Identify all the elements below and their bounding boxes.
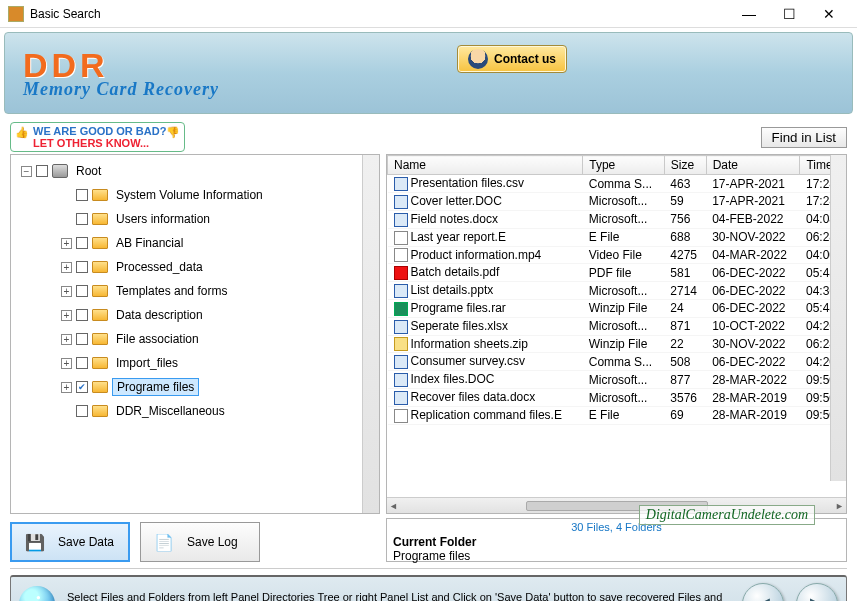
tree-item[interactable]: +File association (21, 327, 379, 351)
expand-icon[interactable]: + (61, 310, 72, 321)
file-icon (394, 409, 408, 423)
nav-back-button[interactable]: ◀ (742, 583, 784, 601)
checkbox-icon[interactable] (36, 165, 48, 177)
feedback-tag[interactable]: WE ARE GOOD OR BAD? LET OTHERS KNOW... (10, 122, 185, 152)
checkbox-icon[interactable] (76, 189, 88, 201)
col-type[interactable]: Type (583, 156, 665, 175)
tree-item-label: System Volume Information (112, 187, 267, 203)
header-banner: DDR Memory Card Recovery Contact us (4, 32, 853, 114)
expand-icon[interactable]: + (61, 238, 72, 249)
table-row[interactable]: Cover letter.DOCMicrosoft...5917-APR-202… (388, 193, 846, 211)
checkbox-icon[interactable] (76, 333, 88, 345)
tree-item-label: Processed_data (112, 259, 207, 275)
table-row[interactable]: Batch details.pdfPDF file58106-DEC-20220… (388, 264, 846, 282)
cell-size: 3576 (664, 389, 706, 407)
minimize-button[interactable]: — (729, 2, 769, 26)
checkbox-icon[interactable] (76, 285, 88, 297)
folder-icon (92, 381, 108, 393)
checkbox-icon[interactable] (76, 309, 88, 321)
expand-icon[interactable]: + (61, 334, 72, 345)
footer-message: Select Files and Folders from left Panel… (67, 590, 730, 601)
expand-icon[interactable] (61, 190, 72, 201)
nav-forward-button[interactable]: ▶ (796, 583, 838, 601)
tree-item[interactable]: +AB Financial (21, 231, 379, 255)
cell-date: 17-APR-2021 (706, 175, 800, 193)
col-size[interactable]: Size (664, 156, 706, 175)
checkbox-icon[interactable] (76, 405, 88, 417)
cell-name: Replication command files.E (411, 408, 562, 422)
cell-type: PDF file (583, 264, 665, 282)
save-log-button[interactable]: 📄 Save Log (140, 522, 260, 562)
list-panel: Name Type Size Date Time Presentation fi… (386, 154, 847, 514)
table-row[interactable]: Presentation files.csvComma S...46317-AP… (388, 175, 846, 193)
checkbox-icon[interactable] (76, 213, 88, 225)
contact-us-button[interactable]: Contact us (457, 45, 567, 73)
file-icon (394, 391, 408, 405)
maximize-button[interactable]: ☐ (769, 2, 809, 26)
tree-item-label: Programe files (112, 378, 199, 396)
cell-type: Winzip File (583, 299, 665, 317)
table-row[interactable]: Field notes.docxMicrosoft...75604-FEB-20… (388, 210, 846, 228)
cell-name: Last year report.E (411, 230, 506, 244)
close-button[interactable]: ✕ (809, 2, 849, 26)
expand-icon[interactable]: + (61, 358, 72, 369)
table-row[interactable]: Index files.DOCMicrosoft...87728-MAR-202… (388, 371, 846, 389)
find-in-list-button[interactable]: Find in List (761, 127, 847, 148)
expand-icon[interactable]: + (61, 262, 72, 273)
table-row[interactable]: List details.pptxMicrosoft...271406-DEC-… (388, 282, 846, 300)
tree-item[interactable]: +✔Programe files (21, 375, 379, 399)
expand-icon[interactable] (61, 214, 72, 225)
cell-name: List details.pptx (411, 283, 494, 297)
folder-icon (92, 405, 108, 417)
col-name[interactable]: Name (388, 156, 583, 175)
expand-icon[interactable]: + (61, 382, 72, 393)
file-icon (394, 373, 408, 387)
tree-item[interactable]: +Processed_data (21, 255, 379, 279)
logo: DDR Memory Card Recovery (23, 48, 219, 98)
checkbox-icon[interactable] (76, 237, 88, 249)
cell-date: 06-DEC-2022 (706, 264, 800, 282)
tag-line1: WE ARE GOOD OR BAD? (33, 125, 166, 137)
file-icon (394, 302, 408, 316)
folder-icon (92, 285, 108, 297)
table-row[interactable]: Product information.mp4Video File427504-… (388, 246, 846, 264)
table-row[interactable]: Last year report.EE File68830-NOV-202206… (388, 228, 846, 246)
current-folder-value: Programe files (393, 549, 840, 563)
cell-type: Microsoft... (583, 282, 665, 300)
tree-item[interactable]: DDR_Miscellaneous (21, 399, 379, 423)
tree-root-label: Root (72, 163, 105, 179)
cell-name: Information sheets.zip (411, 337, 528, 351)
tree-item[interactable]: +Templates and forms (21, 279, 379, 303)
col-date[interactable]: Date (706, 156, 800, 175)
cell-name: Cover letter.DOC (411, 194, 502, 208)
table-row[interactable]: Replication command files.EE File6928-MA… (388, 406, 846, 424)
cell-type: Comma S... (583, 353, 665, 371)
info-icon: i (19, 586, 55, 601)
cell-date: 28-MAR-2022 (706, 371, 800, 389)
checkbox-icon[interactable] (76, 357, 88, 369)
tree-item[interactable]: Users information (21, 207, 379, 231)
table-row[interactable]: Consumer survey.csvComma S...50806-DEC-2… (388, 353, 846, 371)
cell-name: Programe files.rar (411, 301, 506, 315)
cell-name: Seperate files.xlsx (411, 319, 508, 333)
save-data-label: Save Data (58, 535, 114, 549)
file-icon (394, 213, 408, 227)
expand-icon[interactable]: + (61, 286, 72, 297)
logo-top: DDR (23, 48, 219, 82)
checkbox-icon[interactable] (76, 261, 88, 273)
table-row[interactable]: Information sheets.zipWinzip File2230-NO… (388, 335, 846, 353)
footer-bar: i Select Files and Folders from left Pan… (10, 575, 847, 601)
expand-icon[interactable] (61, 406, 72, 417)
tree-item[interactable]: System Volume Information (21, 183, 379, 207)
cell-date: 04-FEB-2022 (706, 210, 800, 228)
tree-item[interactable]: +Import_files (21, 351, 379, 375)
vertical-scrollbar[interactable] (830, 155, 846, 481)
save-data-button[interactable]: 💾 Save Data (10, 522, 130, 562)
file-icon (394, 248, 408, 262)
table-row[interactable]: Seperate files.xlsxMicrosoft...87110-OCT… (388, 317, 846, 335)
tree-root[interactable]: − Root (21, 159, 379, 183)
tree-item[interactable]: +Data description (21, 303, 379, 327)
table-row[interactable]: Recover files data.docxMicrosoft...35762… (388, 389, 846, 407)
checkbox-icon[interactable]: ✔ (76, 381, 88, 393)
table-row[interactable]: Programe files.rarWinzip File2406-DEC-20… (388, 299, 846, 317)
